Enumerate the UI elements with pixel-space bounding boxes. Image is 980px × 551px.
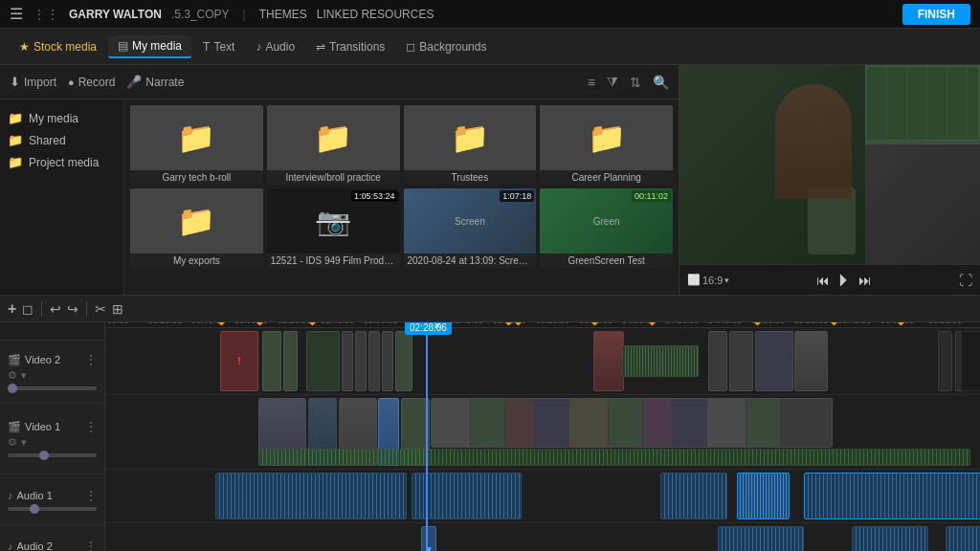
media-item-interview-broll[interactable]: 📁 Interview/broll practice: [267, 105, 400, 185]
track-label-video1: 🎬 Video 1 ⋮ ⚙ ▾: [0, 404, 104, 474]
clip-a1-a[interactable]: [215, 473, 407, 519]
tab-audio[interactable]: ♪ Audio: [246, 36, 304, 57]
video2-track-icon: 🎬: [8, 354, 21, 366]
clip-a1-long[interactable]: [804, 473, 980, 519]
nav-themes[interactable]: THEMES: [259, 8, 307, 21]
list-view-icon[interactable]: ≡: [588, 75, 595, 90]
clip-v1-main[interactable]: [431, 398, 833, 448]
nav-linked-resources[interactable]: LINKED RESOURCES: [317, 8, 434, 21]
clip-a2-far-right[interactable]: [946, 526, 980, 551]
media-item-ids-video[interactable]: 📷 1:05:53:24 12521 - IDS 949 Film Produc…: [267, 188, 400, 268]
clip-v2-f[interactable]: [368, 331, 380, 391]
tab-my-media[interactable]: ▤ My media: [108, 35, 191, 58]
hamburger-icon[interactable]: ☰: [10, 5, 23, 23]
folder-icon-project: 📁: [8, 155, 23, 169]
clip-a2-main[interactable]: [718, 526, 804, 551]
record-button[interactable]: ● Record: [68, 76, 115, 89]
clip-v2-g[interactable]: [382, 331, 393, 391]
finish-button[interactable]: FINISH: [902, 4, 970, 25]
media-item-screen-record[interactable]: Screen 1:07:18 2020-08-24 at 13:09: Scre…: [404, 188, 537, 268]
sidebar-item-project-media[interactable]: 📁 Project media: [0, 151, 123, 173]
clip-v2-d[interactable]: [342, 331, 353, 391]
track-audio2[interactable]: ▼: [105, 523, 980, 551]
ratio-icon: ⬜: [687, 274, 701, 286]
track-video2[interactable]: !: [105, 328, 980, 395]
dots-icon[interactable]: ⋮⋮: [33, 7, 59, 22]
video2-settings-icon[interactable]: ⚙: [8, 369, 17, 382]
top-separator-1: |: [243, 8, 246, 21]
clip-v2-dark3[interactable]: [961, 331, 980, 391]
clip-v2-i[interactable]: [729, 331, 753, 391]
search-icon[interactable]: 🔍: [653, 75, 669, 90]
sidebar-item-shared[interactable]: 📁 Shared: [0, 129, 123, 151]
redo-button[interactable]: ↪: [67, 301, 78, 317]
clip-a2-playhead-marker[interactable]: ▼: [421, 526, 436, 551]
clip-a1-selected[interactable]: [737, 473, 790, 519]
video1-menu-icon[interactable]: ⋮: [85, 420, 97, 433]
clip-v2-h[interactable]: [708, 331, 727, 391]
fullscreen-button[interactable]: ⛶: [959, 273, 972, 288]
folder-icon-shared: 📁: [8, 133, 23, 147]
narrate-button[interactable]: 🎤 Narrate: [126, 75, 184, 89]
video1-dropdown-icon[interactable]: ▾: [21, 436, 27, 449]
clip-a1-c[interactable]: [660, 473, 727, 519]
transitions-icon: ⇌: [316, 40, 325, 54]
clip-v2-a[interactable]: [262, 331, 281, 391]
undo-button[interactable]: ↩: [50, 301, 61, 317]
video1-track-icon: 🎬: [8, 421, 21, 433]
clip-v2-wave1[interactable]: [395, 331, 412, 391]
tab-backgrounds[interactable]: ◻ Backgrounds: [396, 36, 496, 57]
clip-v2-b[interactable]: [283, 331, 298, 391]
media-item-garry-broll[interactable]: 📁 Garry tech b-roll: [130, 105, 263, 185]
video2-menu-icon[interactable]: ⋮: [85, 353, 97, 366]
filter-icon[interactable]: ⧩: [607, 74, 618, 90]
tab-transitions[interactable]: ⇌ Transitions: [306, 36, 394, 57]
media-item-career-planning[interactable]: 📁 Career Planning: [540, 105, 673, 185]
video1-settings-icon[interactable]: ⚙: [8, 436, 17, 449]
clip-a1-b[interactable]: [412, 473, 522, 519]
text-icon: T: [203, 40, 210, 54]
clip-a2-right[interactable]: [852, 526, 928, 551]
media-item-trustees[interactable]: 📁 Trustees: [404, 105, 537, 185]
track-label-audio1: ♪ Audio 1 ⋮: [0, 474, 104, 525]
star-icon: ★: [19, 40, 30, 54]
track-audio1[interactable]: [105, 470, 980, 523]
clip-v2-person2[interactable]: [794, 331, 828, 391]
project-name: GARRY WALTON: [69, 8, 162, 21]
clip-v2-j[interactable]: [755, 331, 793, 391]
clip-v2-person[interactable]: [593, 331, 624, 391]
magnet-button[interactable]: ⊞: [112, 301, 123, 317]
sidebar-item-my-media[interactable]: 📁 My media: [0, 107, 123, 129]
track-video1[interactable]: [105, 395, 980, 470]
clip-v2-wave-area[interactable]: [622, 345, 699, 377]
clip-v2-error[interactable]: !: [220, 331, 258, 391]
clip-v2-dark1[interactable]: [938, 331, 952, 391]
my-media-icon: ▤: [118, 39, 128, 53]
audio2-menu-icon[interactable]: ⋮: [85, 540, 97, 551]
scissors-button[interactable]: ✂: [95, 301, 106, 317]
next-frame-button[interactable]: ⏭: [858, 273, 872, 288]
clip-v2-e[interactable]: [355, 331, 367, 391]
play-pause-button[interactable]: ⏵: [835, 270, 853, 290]
import-arrow-icon: ⬇: [10, 75, 20, 89]
sort-icon[interactable]: ⇅: [630, 75, 641, 90]
video2-dropdown-icon[interactable]: ▾: [21, 369, 27, 382]
backgrounds-icon: ◻: [406, 40, 415, 54]
add-track-button[interactable]: +: [8, 300, 16, 318]
media-item-my-exports[interactable]: 📁 My exports: [130, 188, 263, 268]
prev-frame-button[interactable]: ⏮: [816, 273, 830, 288]
tab-stock-media[interactable]: ★ Stock media: [10, 36, 106, 57]
project-suffix: .5.3_COPY: [171, 8, 230, 21]
clip-v1-wave[interactable]: [258, 449, 970, 466]
import-button[interactable]: ⬇ Import: [10, 75, 56, 89]
media-item-greenscreen[interactable]: Green 00:11:02 GreenScreen Test: [540, 188, 673, 268]
ratio-chevron-icon: ▾: [724, 276, 729, 285]
microphone-icon: 🎤: [126, 75, 142, 89]
preview-ratio-display[interactable]: ⬜ 16:9 ▾: [687, 274, 729, 286]
track-label-video2: 🎬 Video 2 ⋮ ⚙ ▾: [0, 341, 104, 404]
audio1-menu-icon[interactable]: ⋮: [85, 489, 97, 502]
clip-view-button[interactable]: ◻: [22, 301, 33, 317]
tab-text[interactable]: T Text: [193, 36, 244, 57]
clip-v2-c[interactable]: [306, 331, 340, 391]
audio1-track-icon: ♪: [8, 490, 13, 501]
